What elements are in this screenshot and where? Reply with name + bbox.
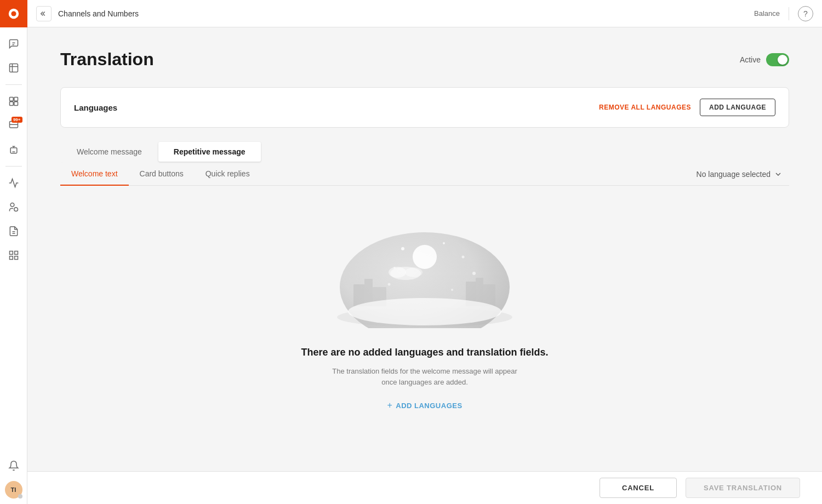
topbar-divider [789,7,789,20]
svg-rect-6 [14,98,18,101]
sub-tab-welcome-text[interactable]: Welcome text [60,163,129,186]
sidebar-item-notifications[interactable] [3,455,25,477]
empty-state: There are no added languages and transla… [60,186,789,432]
svg-point-28 [388,283,391,286]
breadcrumb-back-button[interactable] [36,6,52,21]
svg-point-22 [401,247,404,250]
sidebar-item-bot[interactable] [3,139,25,161]
sub-tabs-row: Welcome text Card buttons Quick replies … [60,163,789,186]
sub-tab-card-buttons[interactable]: Card buttons [129,163,195,186]
svg-rect-32 [353,284,364,306]
language-selector-label: No language selected [697,170,770,179]
svg-rect-7 [9,102,13,106]
page-content: Translation Active Languages REMOVE ALL … [27,27,822,504]
svg-rect-37 [483,284,495,306]
help-button[interactable]: ? [798,6,813,21]
avatar-initials: TI [11,486,16,493]
sidebar-item-inbox[interactable] [3,57,25,79]
avatar[interactable]: TI [5,481,22,499]
active-label: Active [740,55,761,64]
svg-point-30 [389,267,406,278]
svg-rect-15 [9,251,13,255]
add-language-button[interactable]: ADD LANGUAGE [700,99,775,116]
reports-badge: 99+ [12,117,22,123]
svg-rect-4 [9,64,18,72]
sidebar-item-analytics[interactable] [3,172,25,194]
sidebar-item-audit[interactable] [3,220,25,242]
message-type-tabs: Welcome message Repetitive message [60,141,262,163]
sidebar-divider [5,84,22,85]
svg-point-26 [472,272,476,275]
active-toggle-switch[interactable] [766,53,789,66]
languages-card-label: Languages [74,103,117,112]
svg-point-1 [11,11,16,16]
sidebar-item-team[interactable] [3,196,25,218]
empty-subtitle: The translation fields for the welcome m… [332,366,518,387]
active-toggle-row: Active [740,53,789,66]
svg-point-24 [462,256,465,259]
svg-point-21 [413,245,437,269]
sidebar-bottom: TI [3,455,25,504]
add-languages-link-button[interactable]: + ADD LANGUAGES [387,400,462,410]
sidebar: 99+ TI [0,0,27,504]
sidebar-item-grid[interactable] [3,244,25,266]
main-area: Channels and Numbers Balance ? Translati… [27,0,822,504]
svg-point-12 [14,208,18,211]
svg-rect-17 [9,256,13,260]
page-title: Translation [60,49,154,70]
svg-rect-10 [10,148,17,153]
bottom-bar: CANCEL SAVE TRANSLATION [27,471,822,504]
svg-rect-8 [14,102,18,106]
chevron-down-icon [774,170,783,179]
topbar: Channels and Numbers Balance ? [27,0,822,27]
sidebar-nav: 99+ [3,27,25,455]
svg-rect-5 [9,98,13,101]
svg-point-23 [443,242,445,244]
svg-point-27 [451,289,453,291]
svg-rect-16 [14,251,18,255]
topbar-right: Balance ? [754,6,813,21]
cancel-button[interactable]: CANCEL [600,478,677,498]
add-icon: + [387,400,392,410]
sidebar-divider-2 [5,166,22,167]
page-header: Translation Active [60,49,789,70]
empty-illustration [310,208,540,328]
svg-point-38 [348,298,501,325]
languages-card: Languages REMOVE ALL LANGUAGES ADD LANGU… [60,87,789,128]
save-translation-button[interactable]: SAVE TRANSLATION [686,478,800,498]
add-languages-link-label: ADD LANGUAGES [396,402,462,410]
sidebar-item-reports[interactable]: 99+ [3,114,25,136]
languages-actions: REMOVE ALL LANGUAGES ADD LANGUAGE [599,99,775,116]
svg-point-11 [10,203,14,207]
avatar-status-dot [18,494,22,499]
svg-point-31 [405,267,423,277]
tab-welcome-message[interactable]: Welcome message [61,142,157,162]
language-selector[interactable]: No language selected [690,165,789,183]
remove-all-languages-button[interactable]: REMOVE ALL LANGUAGES [599,104,691,111]
app-logo[interactable] [0,0,27,27]
svg-rect-18 [14,256,18,260]
empty-title: There are no added languages and transla… [301,346,548,359]
balance-label: Balance [754,9,780,18]
sidebar-item-chat[interactable] [3,33,25,55]
sub-tab-quick-replies[interactable]: Quick replies [195,163,261,186]
sidebar-item-templates[interactable] [3,90,25,112]
sub-tabs: Welcome text Card buttons Quick replies [60,163,261,185]
tab-repetitive-message[interactable]: Repetitive message [158,142,261,162]
breadcrumb-title: Channels and Numbers [58,9,747,18]
